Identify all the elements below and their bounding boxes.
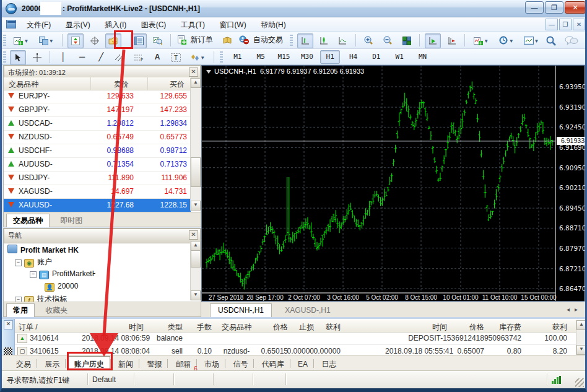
terminal-button[interactable] bbox=[131, 33, 147, 48]
zoom-out-button[interactable] bbox=[380, 33, 396, 48]
close-icon[interactable]: ✕ bbox=[4, 320, 13, 329]
timeframe-h4[interactable]: H4 bbox=[344, 50, 363, 64]
scroll-down-icon[interactable]: ▼ bbox=[191, 201, 201, 211]
tab-common[interactable]: 常用 bbox=[6, 303, 35, 317]
crosshair-button[interactable] bbox=[29, 50, 45, 65]
zoom-in-button[interactable] bbox=[361, 33, 377, 48]
chart-tab-scroll-arrows[interactable]: ◂▸ bbox=[567, 306, 583, 313]
column-buy[interactable]: 买价 bbox=[170, 79, 185, 90]
toolbar-grip[interactable] bbox=[3, 51, 6, 63]
navigator-scrollbar[interactable]: ▲ ▼ bbox=[190, 241, 200, 300]
menu-charts[interactable]: 图表(C) bbox=[135, 17, 173, 33]
strategy-tester-button[interactable] bbox=[150, 33, 166, 48]
data-window-button[interactable] bbox=[87, 33, 103, 48]
market-row[interactable]: USDCAD-1.298121.29834 bbox=[4, 117, 191, 131]
menu-view[interactable]: 显示(V) bbox=[59, 17, 97, 33]
timeframe-m30[interactable]: M30 bbox=[297, 50, 317, 64]
status-profile[interactable]: Default bbox=[92, 375, 116, 384]
search-icon[interactable] bbox=[543, 33, 559, 48]
metaeditor-button[interactable] bbox=[219, 33, 235, 48]
collapse-icon[interactable]: − bbox=[30, 271, 37, 278]
chevron-down-icon[interactable] bbox=[206, 70, 211, 74]
toolbar-grip[interactable] bbox=[3, 35, 6, 46]
minimize-button[interactable]: — bbox=[525, 1, 544, 14]
menu-insert[interactable]: 插入(I) bbox=[98, 17, 133, 33]
chart-tab-xagusd[interactable]: XAGUSD-,H1 bbox=[277, 304, 337, 318]
vertical-line-button[interactable]: │ bbox=[55, 50, 71, 65]
col-type[interactable]: 类型 bbox=[152, 322, 183, 333]
market-row[interactable]: USDJPY-111.890111.906 bbox=[4, 172, 191, 185]
timeframe-m15[interactable]: M15 bbox=[274, 50, 294, 64]
market-row[interactable]: XAGUSD-14.69714.731 bbox=[4, 185, 191, 199]
market-row[interactable]: GBPJPY-147.197147.233 bbox=[4, 103, 191, 117]
chart-window-icon[interactable] bbox=[6, 20, 16, 28]
timeframe-d1[interactable]: D1 bbox=[367, 50, 386, 64]
history-row-order[interactable]: ▢ 3410615 2018.09.14 08:08:04 sell 0.10 … bbox=[15, 345, 576, 355]
tab-tick-chart[interactable]: 即时图 bbox=[54, 214, 89, 227]
restore-button[interactable]: ❐ bbox=[545, 1, 563, 14]
tab-symbols[interactable]: 交易品种 bbox=[6, 214, 50, 227]
navigator-button[interactable] bbox=[105, 33, 121, 48]
tile-windows-button[interactable] bbox=[399, 33, 415, 48]
child-restore-button[interactable]: ❐ bbox=[559, 19, 572, 30]
collapse-icon[interactable]: − bbox=[15, 259, 22, 266]
trendline-button[interactable]: ╱ bbox=[93, 50, 109, 65]
indicators-button[interactable]: ▼ bbox=[470, 33, 492, 48]
close-icon[interactable]: ✕ bbox=[189, 68, 198, 77]
menu-tools[interactable]: 工具(T) bbox=[175, 17, 211, 33]
chart-window[interactable]: USDCNH-,H1 6.91779 6.91937 6.91205 6.919… bbox=[201, 65, 587, 302]
templates-button[interactable]: ▼ bbox=[520, 33, 542, 48]
col-tp[interactable]: 获利 bbox=[303, 322, 341, 333]
menu-help[interactable]: 帮助(H) bbox=[254, 17, 292, 33]
col-time[interactable]: 时间 bbox=[82, 322, 144, 333]
timeframe-m1[interactable]: M1 bbox=[228, 50, 248, 64]
history-row-balance[interactable]: ▲ 3410614 2018.09.14 08:06:59 balance DE… bbox=[15, 332, 576, 345]
scroll-thumb[interactable] bbox=[191, 250, 201, 268]
tree-node-broker[interactable]: Profit Market HK bbox=[7, 245, 79, 255]
market-row[interactable]: USDCHF-0.986880.98712 bbox=[4, 144, 191, 158]
close-icon[interactable]: ✕ bbox=[189, 230, 198, 240]
col-symbol[interactable]: 交易品种 bbox=[218, 322, 255, 333]
child-minimize-button[interactable]: — bbox=[546, 19, 558, 30]
tree-node-accounts[interactable]: −◉账户 bbox=[15, 257, 52, 268]
market-row[interactable]: EURJPY-129.633129.655 bbox=[4, 90, 191, 103]
timeframe-m5[interactable]: M5 bbox=[251, 50, 271, 64]
child-close-button[interactable]: ✕ bbox=[573, 19, 585, 30]
new-chart-button[interactable]: ▼ bbox=[10, 33, 32, 48]
market-watch-button[interactable] bbox=[67, 33, 84, 48]
col-swap[interactable]: 库存费 bbox=[484, 322, 521, 333]
market-watch-scrollbar[interactable]: ▲ ▼ bbox=[190, 78, 200, 211]
column-symbol[interactable]: 交易品种 bbox=[9, 79, 38, 90]
timeframe-w1[interactable]: W1 bbox=[389, 50, 409, 64]
scroll-up-icon[interactable]: ▲ bbox=[576, 320, 586, 330]
close-button[interactable]: ✕ bbox=[565, 1, 586, 14]
text-button[interactable]: A bbox=[149, 50, 165, 65]
scroll-down-icon[interactable]: ▼ bbox=[191, 290, 201, 300]
profiles-button[interactable]: ▼ bbox=[35, 33, 58, 48]
chart-tab-usdcnh[interactable]: USDCNH-,H1 bbox=[210, 303, 272, 318]
menu-window[interactable]: 窗口(W) bbox=[213, 17, 252, 33]
market-row-selected[interactable]: XAUUSD-1227.681228.15 bbox=[4, 199, 191, 212]
col-price2[interactable]: 价格 bbox=[453, 322, 484, 333]
new-order-button[interactable]: 新订单 bbox=[176, 33, 215, 47]
col-order[interactable]: 订单 / bbox=[19, 322, 38, 333]
periods-button[interactable]: ▼ bbox=[495, 33, 518, 48]
scroll-up-icon[interactable]: ▲ bbox=[191, 78, 201, 88]
cursor-button[interactable] bbox=[10, 50, 26, 65]
line-chart-button[interactable] bbox=[334, 33, 350, 48]
col-lots[interactable]: 手数 bbox=[187, 322, 212, 333]
timeframe-h1[interactable]: H1 bbox=[320, 50, 340, 64]
equidistant-channel-button[interactable]: E bbox=[111, 50, 128, 65]
resize-grip[interactable] bbox=[575, 378, 584, 387]
menu-file[interactable]: 文件(F) bbox=[20, 17, 57, 33]
fibonacci-button[interactable]: F bbox=[131, 50, 147, 65]
terminal-scrollbar[interactable]: ▲ ▼ bbox=[576, 320, 585, 355]
timeframe-mn[interactable]: MN bbox=[413, 50, 433, 64]
candlestick-button[interactable] bbox=[316, 33, 332, 48]
scroll-thumb[interactable] bbox=[191, 157, 201, 187]
market-row[interactable]: NZDUSD-0.657490.65773 bbox=[4, 131, 191, 144]
bar-chart-button[interactable] bbox=[297, 33, 313, 48]
arrows-button[interactable]: ▼ bbox=[187, 50, 209, 65]
horizontal-line-button[interactable]: ─ bbox=[74, 50, 90, 65]
auto-scroll-button[interactable] bbox=[425, 33, 441, 48]
